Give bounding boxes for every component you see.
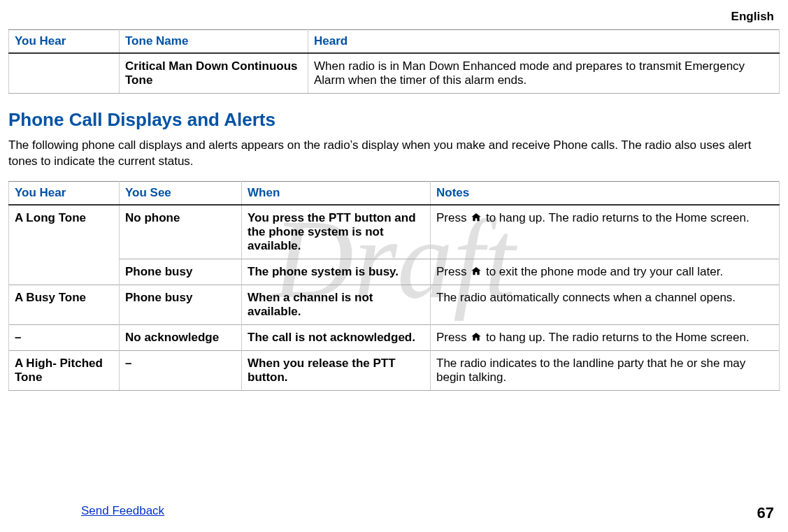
notes-text-after: to hang up. The radio returns to the Hom… [486,331,750,344]
table-row: You Hear You See When Notes [9,181,780,205]
language-label: English [8,7,780,29]
col-header: You Hear [9,181,120,205]
cell: No phone [120,205,242,259]
cell: A Busy Tone [9,285,120,324]
cell: A High- Pitch­ed Tone [9,350,120,390]
cell: When a channel is not available. [242,285,431,324]
cell: The radio automatically connects when a … [431,285,780,324]
table-row: A High- Pitch­ed Tone – When you release… [9,350,780,390]
cell: Phone busy [120,259,242,285]
cell: No acknowl­edge [120,324,242,350]
page-footer: Send Feedback 67 [0,504,788,522]
cell: A Long Tone [9,205,120,285]
section-intro: The following phone call displays and al… [8,138,780,170]
cell: Press to exit the phone mode and try you… [431,259,780,285]
notes-text-after: to exit the phone mode and try your call… [486,265,723,278]
notes-text-before: Press [436,211,470,224]
cell: When radio is in Man Down Enhanced mode … [308,53,780,94]
col-header: Heard [308,30,780,54]
col-header: When [242,181,431,205]
cell [9,53,120,94]
cell: – [120,350,242,390]
table-row: – No acknowl­edge The call is not acknow… [9,324,780,350]
table-tones: You Hear Tone Name Heard Critical Man Do… [8,29,780,94]
home-icon [470,266,482,277]
page-number: 67 [757,504,774,522]
col-header: Notes [431,181,780,205]
table-row: A Busy Tone Phone busy When a channel is… [9,285,780,324]
section-heading: Phone Call Displays and Alerts [8,109,780,131]
notes-text-after: to hang up. The radio returns to the Hom… [486,211,750,224]
cell: – [9,324,120,350]
home-icon [470,331,482,343]
home-icon [470,212,482,223]
table-row: Critical Man Down Contin­uous Tone When … [9,53,780,94]
notes-text-before: Press [436,265,470,278]
cell: The phone system is busy. [242,259,431,285]
send-feedback-link[interactable]: Send Feedback [81,504,164,517]
col-header: You Hear [9,30,120,54]
cell: The call is not acknowl­edged. [242,324,431,350]
cell: Critical Man Down Contin­uous Tone [120,53,308,94]
cell: The radio indicates to the landline part… [431,350,780,390]
table-row: Phone busy The phone system is busy. Pre… [9,259,780,285]
table-phone-alerts: You Hear You See When Notes A Long Tone … [8,181,780,391]
notes-text-before: Press [436,331,470,344]
col-header: You See [120,181,242,205]
cell: Press to hang up. The radio returns to t… [431,205,780,259]
table-row: You Hear Tone Name Heard [9,30,780,54]
col-header: Tone Name [120,30,308,54]
cell: When you release the PTT button. [242,350,431,390]
table-row: A Long Tone No phone You press the PTT b… [9,205,780,259]
cell: Phone busy [120,285,242,324]
cell: You press the PTT button and the phone s… [242,205,431,259]
cell: Press to hang up. The radio returns to t… [431,324,780,350]
